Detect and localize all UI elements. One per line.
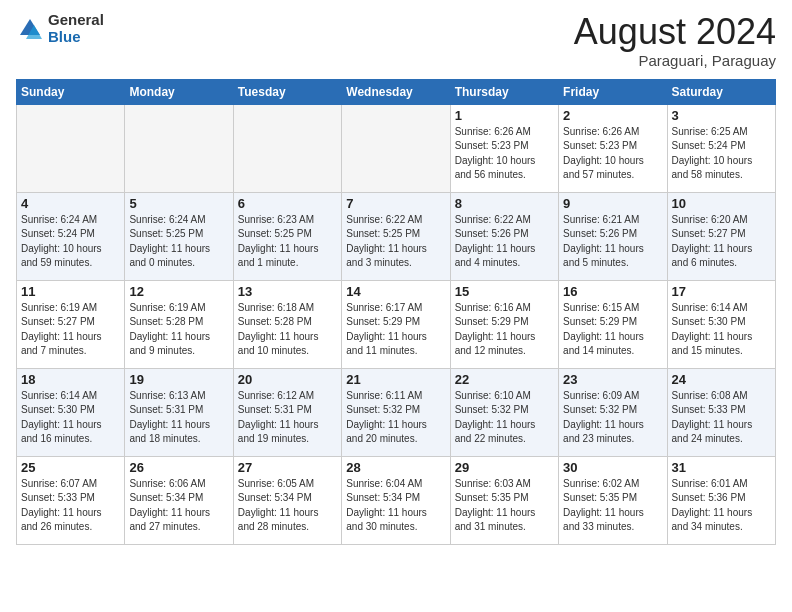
day-number: 30: [563, 460, 662, 475]
calendar-cell: 11Sunrise: 6:19 AM Sunset: 5:27 PM Dayli…: [17, 280, 125, 368]
day-info: Sunrise: 6:24 AM Sunset: 5:25 PM Dayligh…: [129, 213, 228, 271]
day-info: Sunrise: 6:01 AM Sunset: 5:36 PM Dayligh…: [672, 477, 771, 535]
calendar-cell: [233, 104, 341, 192]
calendar-cell: 1Sunrise: 6:26 AM Sunset: 5:23 PM Daylig…: [450, 104, 558, 192]
day-number: 25: [21, 460, 120, 475]
page-container: General Blue August 2024 Paraguari, Para…: [0, 0, 792, 553]
calendar-cell: 26Sunrise: 6:06 AM Sunset: 5:34 PM Dayli…: [125, 456, 233, 544]
day-number: 3: [672, 108, 771, 123]
day-number: 15: [455, 284, 554, 299]
logo-blue: Blue: [48, 29, 104, 46]
calendar-week-4: 18Sunrise: 6:14 AM Sunset: 5:30 PM Dayli…: [17, 368, 776, 456]
day-number: 27: [238, 460, 337, 475]
day-info: Sunrise: 6:24 AM Sunset: 5:24 PM Dayligh…: [21, 213, 120, 271]
logo: General Blue: [16, 12, 104, 45]
calendar-cell: 29Sunrise: 6:03 AM Sunset: 5:35 PM Dayli…: [450, 456, 558, 544]
calendar-cell: 27Sunrise: 6:05 AM Sunset: 5:34 PM Dayli…: [233, 456, 341, 544]
day-number: 31: [672, 460, 771, 475]
day-info: Sunrise: 6:18 AM Sunset: 5:28 PM Dayligh…: [238, 301, 337, 359]
day-number: 7: [346, 196, 445, 211]
day-number: 5: [129, 196, 228, 211]
calendar-cell: 17Sunrise: 6:14 AM Sunset: 5:30 PM Dayli…: [667, 280, 775, 368]
calendar-cell: 18Sunrise: 6:14 AM Sunset: 5:30 PM Dayli…: [17, 368, 125, 456]
calendar-cell: [17, 104, 125, 192]
day-info: Sunrise: 6:10 AM Sunset: 5:32 PM Dayligh…: [455, 389, 554, 447]
calendar-cell: 5Sunrise: 6:24 AM Sunset: 5:25 PM Daylig…: [125, 192, 233, 280]
calendar-week-5: 25Sunrise: 6:07 AM Sunset: 5:33 PM Dayli…: [17, 456, 776, 544]
day-info: Sunrise: 6:25 AM Sunset: 5:24 PM Dayligh…: [672, 125, 771, 183]
calendar-cell: 10Sunrise: 6:20 AM Sunset: 5:27 PM Dayli…: [667, 192, 775, 280]
calendar-cell: 14Sunrise: 6:17 AM Sunset: 5:29 PM Dayli…: [342, 280, 450, 368]
day-info: Sunrise: 6:14 AM Sunset: 5:30 PM Dayligh…: [672, 301, 771, 359]
col-wednesday: Wednesday: [342, 79, 450, 104]
calendar-table: Sunday Monday Tuesday Wednesday Thursday…: [16, 79, 776, 545]
col-saturday: Saturday: [667, 79, 775, 104]
day-number: 6: [238, 196, 337, 211]
day-number: 24: [672, 372, 771, 387]
calendar-cell: 19Sunrise: 6:13 AM Sunset: 5:31 PM Dayli…: [125, 368, 233, 456]
calendar-cell: 2Sunrise: 6:26 AM Sunset: 5:23 PM Daylig…: [559, 104, 667, 192]
calendar-cell: 24Sunrise: 6:08 AM Sunset: 5:33 PM Dayli…: [667, 368, 775, 456]
day-info: Sunrise: 6:09 AM Sunset: 5:32 PM Dayligh…: [563, 389, 662, 447]
calendar-cell: 9Sunrise: 6:21 AM Sunset: 5:26 PM Daylig…: [559, 192, 667, 280]
day-number: 11: [21, 284, 120, 299]
calendar-cell: 13Sunrise: 6:18 AM Sunset: 5:28 PM Dayli…: [233, 280, 341, 368]
col-tuesday: Tuesday: [233, 79, 341, 104]
day-info: Sunrise: 6:13 AM Sunset: 5:31 PM Dayligh…: [129, 389, 228, 447]
day-number: 16: [563, 284, 662, 299]
day-number: 4: [21, 196, 120, 211]
calendar-cell: 21Sunrise: 6:11 AM Sunset: 5:32 PM Dayli…: [342, 368, 450, 456]
day-number: 12: [129, 284, 228, 299]
day-info: Sunrise: 6:02 AM Sunset: 5:35 PM Dayligh…: [563, 477, 662, 535]
calendar-cell: 28Sunrise: 6:04 AM Sunset: 5:34 PM Dayli…: [342, 456, 450, 544]
calendar-cell: 25Sunrise: 6:07 AM Sunset: 5:33 PM Dayli…: [17, 456, 125, 544]
calendar-cell: 16Sunrise: 6:15 AM Sunset: 5:29 PM Dayli…: [559, 280, 667, 368]
calendar-cell: 8Sunrise: 6:22 AM Sunset: 5:26 PM Daylig…: [450, 192, 558, 280]
day-info: Sunrise: 6:15 AM Sunset: 5:29 PM Dayligh…: [563, 301, 662, 359]
day-number: 10: [672, 196, 771, 211]
day-number: 18: [21, 372, 120, 387]
day-number: 8: [455, 196, 554, 211]
day-info: Sunrise: 6:17 AM Sunset: 5:29 PM Dayligh…: [346, 301, 445, 359]
day-info: Sunrise: 6:19 AM Sunset: 5:27 PM Dayligh…: [21, 301, 120, 359]
logo-general: General: [48, 12, 104, 29]
day-number: 17: [672, 284, 771, 299]
day-number: 9: [563, 196, 662, 211]
day-info: Sunrise: 6:22 AM Sunset: 5:25 PM Dayligh…: [346, 213, 445, 271]
day-info: Sunrise: 6:06 AM Sunset: 5:34 PM Dayligh…: [129, 477, 228, 535]
calendar-cell: 6Sunrise: 6:23 AM Sunset: 5:25 PM Daylig…: [233, 192, 341, 280]
day-number: 19: [129, 372, 228, 387]
day-info: Sunrise: 6:14 AM Sunset: 5:30 PM Dayligh…: [21, 389, 120, 447]
day-info: Sunrise: 6:08 AM Sunset: 5:33 PM Dayligh…: [672, 389, 771, 447]
calendar-cell: 7Sunrise: 6:22 AM Sunset: 5:25 PM Daylig…: [342, 192, 450, 280]
day-info: Sunrise: 6:04 AM Sunset: 5:34 PM Dayligh…: [346, 477, 445, 535]
day-info: Sunrise: 6:21 AM Sunset: 5:26 PM Dayligh…: [563, 213, 662, 271]
calendar-cell: [125, 104, 233, 192]
day-number: 20: [238, 372, 337, 387]
calendar-cell: 20Sunrise: 6:12 AM Sunset: 5:31 PM Dayli…: [233, 368, 341, 456]
day-info: Sunrise: 6:26 AM Sunset: 5:23 PM Dayligh…: [455, 125, 554, 183]
day-info: Sunrise: 6:20 AM Sunset: 5:27 PM Dayligh…: [672, 213, 771, 271]
day-info: Sunrise: 6:07 AM Sunset: 5:33 PM Dayligh…: [21, 477, 120, 535]
col-thursday: Thursday: [450, 79, 558, 104]
day-info: Sunrise: 6:03 AM Sunset: 5:35 PM Dayligh…: [455, 477, 554, 535]
day-number: 29: [455, 460, 554, 475]
day-number: 28: [346, 460, 445, 475]
day-info: Sunrise: 6:12 AM Sunset: 5:31 PM Dayligh…: [238, 389, 337, 447]
day-info: Sunrise: 6:19 AM Sunset: 5:28 PM Dayligh…: [129, 301, 228, 359]
day-number: 22: [455, 372, 554, 387]
logo-text: General Blue: [48, 12, 104, 45]
calendar-cell: 3Sunrise: 6:25 AM Sunset: 5:24 PM Daylig…: [667, 104, 775, 192]
day-number: 14: [346, 284, 445, 299]
day-info: Sunrise: 6:26 AM Sunset: 5:23 PM Dayligh…: [563, 125, 662, 183]
calendar-week-1: 1Sunrise: 6:26 AM Sunset: 5:23 PM Daylig…: [17, 104, 776, 192]
day-number: 1: [455, 108, 554, 123]
day-number: 23: [563, 372, 662, 387]
logo-icon: [16, 15, 44, 43]
calendar-cell: 4Sunrise: 6:24 AM Sunset: 5:24 PM Daylig…: [17, 192, 125, 280]
calendar-cell: [342, 104, 450, 192]
day-number: 2: [563, 108, 662, 123]
calendar-cell: 12Sunrise: 6:19 AM Sunset: 5:28 PM Dayli…: [125, 280, 233, 368]
day-number: 13: [238, 284, 337, 299]
day-number: 26: [129, 460, 228, 475]
